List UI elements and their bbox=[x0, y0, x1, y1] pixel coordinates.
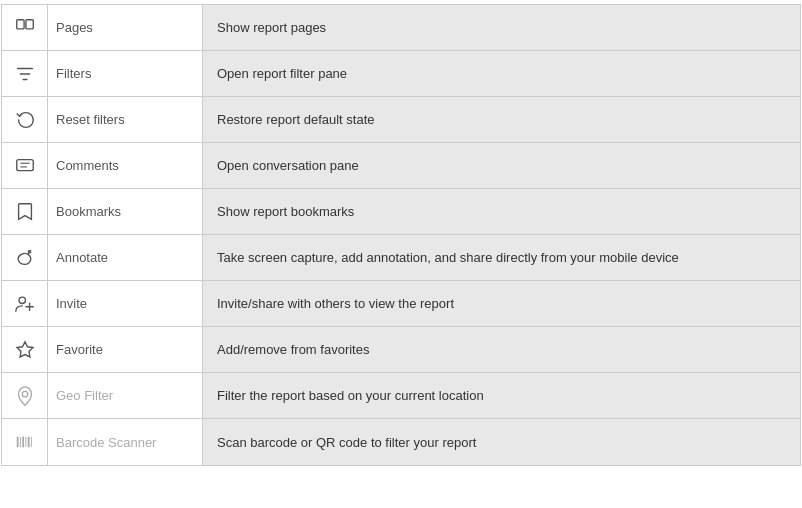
geo-filter-icon-cell bbox=[2, 373, 48, 418]
svg-rect-0 bbox=[16, 19, 23, 28]
favorite-icon-cell bbox=[2, 327, 48, 372]
filters-icon-cell bbox=[2, 51, 48, 96]
comments-description: Open conversation pane bbox=[203, 143, 800, 188]
invite-label: Invite bbox=[48, 281, 203, 326]
row-filters[interactable]: FiltersOpen report filter pane bbox=[2, 51, 800, 97]
barcode-scanner-description: Scan barcode or QR code to filter your r… bbox=[203, 419, 800, 465]
filters-description: Open report filter pane bbox=[203, 51, 800, 96]
reset-filters-label: Reset filters bbox=[48, 97, 203, 142]
reset-filters-icon-cell bbox=[2, 97, 48, 142]
bookmarks-icon-cell bbox=[2, 189, 48, 234]
row-barcode-scanner[interactable]: Barcode ScannerScan barcode or QR code t… bbox=[2, 419, 800, 465]
shortcuts-table: PagesShow report pages FiltersOpen repor… bbox=[1, 4, 801, 466]
svg-rect-1 bbox=[25, 19, 32, 28]
svg-rect-2 bbox=[16, 159, 33, 170]
geo-filter-description: Filter the report based on your current … bbox=[203, 373, 800, 418]
row-favorite[interactable]: FavoriteAdd/remove from favorites bbox=[2, 327, 800, 373]
favorite-description: Add/remove from favorites bbox=[203, 327, 800, 372]
comments-icon-cell bbox=[2, 143, 48, 188]
barcode-scanner-label: Barcode Scanner bbox=[48, 419, 203, 465]
annotate-icon-cell bbox=[2, 235, 48, 280]
filters-label: Filters bbox=[48, 51, 203, 96]
row-geo-filter[interactable]: Geo FilterFilter the report based on you… bbox=[2, 373, 800, 419]
row-bookmarks[interactable]: BookmarksShow report bookmarks bbox=[2, 189, 800, 235]
annotate-description: Take screen capture, add annotation, and… bbox=[203, 235, 800, 280]
barcode-scanner-icon-cell bbox=[2, 419, 48, 465]
comments-label: Comments bbox=[48, 143, 203, 188]
pages-label: Pages bbox=[48, 5, 203, 50]
invite-icon-cell bbox=[2, 281, 48, 326]
svg-point-6 bbox=[19, 297, 25, 303]
row-invite[interactable]: InviteInvite/share with others to view t… bbox=[2, 281, 800, 327]
pages-description: Show report pages bbox=[203, 5, 800, 50]
geo-filter-label: Geo Filter bbox=[48, 373, 203, 418]
reset-filters-description: Restore report default state bbox=[203, 97, 800, 142]
annotate-label: Annotate bbox=[48, 235, 203, 280]
pages-icon-cell bbox=[2, 5, 48, 50]
row-annotate[interactable]: AnnotateTake screen capture, add annotat… bbox=[2, 235, 800, 281]
svg-point-9 bbox=[22, 391, 28, 397]
favorite-label: Favorite bbox=[48, 327, 203, 372]
row-pages[interactable]: PagesShow report pages bbox=[2, 5, 800, 51]
row-comments[interactable]: CommentsOpen conversation pane bbox=[2, 143, 800, 189]
row-reset-filters[interactable]: Reset filtersRestore report default stat… bbox=[2, 97, 800, 143]
invite-description: Invite/share with others to view the rep… bbox=[203, 281, 800, 326]
bookmarks-label: Bookmarks bbox=[48, 189, 203, 234]
bookmarks-description: Show report bookmarks bbox=[203, 189, 800, 234]
